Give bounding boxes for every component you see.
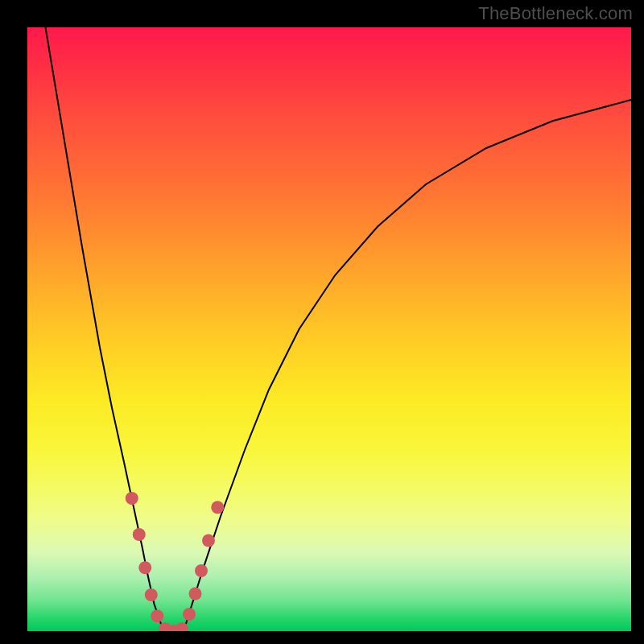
marker-dot [195,564,208,577]
marker-dot [211,501,224,514]
marker-dot [126,492,138,505]
curve-svg [27,27,631,631]
marker-dot [183,608,196,621]
marker-dot [151,609,163,622]
bottleneck-curve [46,27,632,631]
marker-dot [133,528,146,541]
marker-dot [189,588,202,601]
plot-area [27,27,631,631]
marker-dot [202,535,215,547]
marker-dot [138,561,151,574]
watermark-text: TheBottleneck.com [478,3,633,24]
marker-group [126,492,225,631]
marker-dot [145,588,158,601]
outer-frame: TheBottleneck.com [0,0,644,644]
